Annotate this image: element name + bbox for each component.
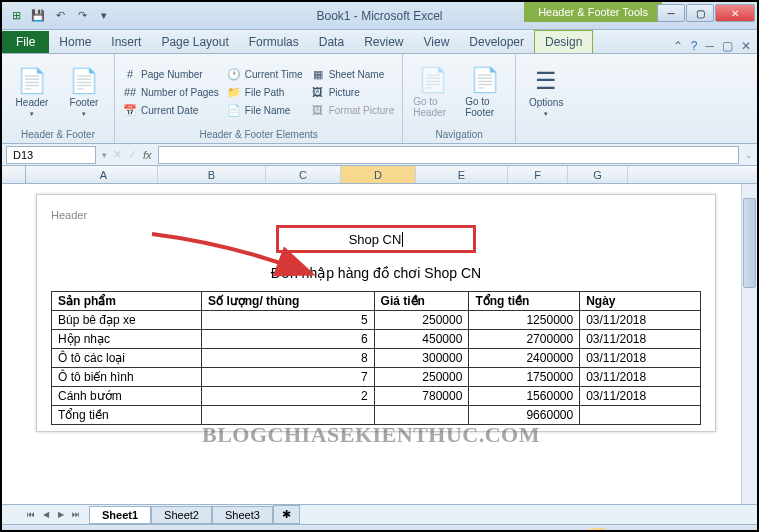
tab-data[interactable]: Data xyxy=(309,31,354,53)
table-cell[interactable]: Cánh bướm xyxy=(52,387,202,406)
tab-page-layout[interactable]: Page Layout xyxy=(151,31,238,53)
tab-view[interactable]: View xyxy=(414,31,460,53)
sub-close-icon[interactable]: ✕ xyxy=(741,39,751,53)
col-header-b[interactable]: B xyxy=(158,166,266,183)
sub-min-icon[interactable]: ─ xyxy=(705,39,714,53)
table-cell[interactable]: 6 xyxy=(202,330,375,349)
header-button[interactable]: 📄Header▾ xyxy=(8,57,56,127)
sheet-tab-1[interactable]: Sheet1 xyxy=(89,506,151,524)
table-row[interactable]: Ô tô các loại8300000240000003/11/2018 xyxy=(52,349,701,368)
col-header-g[interactable]: G xyxy=(568,166,628,183)
table-cell[interactable]: Ô tô các loại xyxy=(52,349,202,368)
fx-icon[interactable]: fx xyxy=(143,149,152,161)
table-row[interactable]: Ô tô biến hình7250000175000003/11/2018 xyxy=(52,368,701,387)
table-cell[interactable]: 03/11/2018 xyxy=(580,349,701,368)
col-header-c[interactable]: C xyxy=(266,166,341,183)
document-title[interactable]: Đơn nhập hàng đồ chơi Shop CN xyxy=(51,265,701,281)
table-cell[interactable]: 2700000 xyxy=(469,330,580,349)
table-cell[interactable]: Ô tô biến hình xyxy=(52,368,202,387)
sheet-tab-3[interactable]: Sheet3 xyxy=(212,506,273,524)
table-cell[interactable]: 450000 xyxy=(374,330,469,349)
tab-nav-prev-icon[interactable]: ◀ xyxy=(39,508,53,522)
select-all-corner[interactable] xyxy=(2,166,26,183)
file-path-button[interactable]: 📁File Path xyxy=(225,84,305,100)
tab-developer[interactable]: Developer xyxy=(459,31,534,53)
tab-home[interactable]: Home xyxy=(49,31,101,53)
options-button[interactable]: ☰Options▾ xyxy=(522,57,570,127)
sheet-tab-2[interactable]: Sheet2 xyxy=(151,506,212,524)
col-header-f[interactable]: F xyxy=(508,166,568,183)
table-cell[interactable]: 7 xyxy=(202,368,375,387)
time-icon: 🕐 xyxy=(227,67,241,81)
table-row[interactable]: Hộp nhạc6450000270000003/11/2018 xyxy=(52,330,701,349)
table-cell[interactable]: 03/11/2018 xyxy=(580,387,701,406)
table-cell[interactable]: 03/11/2018 xyxy=(580,368,701,387)
table-row[interactable]: Cánh bướm2780000156000003/11/2018 xyxy=(52,387,701,406)
tab-nav-next-icon[interactable]: ▶ xyxy=(54,508,68,522)
table-header[interactable]: Giá tiền xyxy=(374,292,469,311)
picture-button[interactable]: 🖼Picture xyxy=(309,84,397,100)
tab-insert[interactable]: Insert xyxy=(101,31,151,53)
table-cell[interactable]: 8 xyxy=(202,349,375,368)
new-sheet-button[interactable]: ✱ xyxy=(273,505,300,524)
col-header-a[interactable]: A xyxy=(50,166,158,183)
sub-restore-icon[interactable]: ▢ xyxy=(722,39,733,53)
excel-icon[interactable]: ⊞ xyxy=(6,6,26,26)
table-cell[interactable]: 780000 xyxy=(374,387,469,406)
footer-button[interactable]: 📄Footer▾ xyxy=(60,57,108,127)
header-center-input[interactable]: Shop CN xyxy=(276,225,476,253)
table-cell[interactable]: 1250000 xyxy=(469,311,580,330)
tab-review[interactable]: Review xyxy=(354,31,413,53)
total-label[interactable]: Tổng tiền xyxy=(52,406,202,425)
page-number-button[interactable]: #Page Number xyxy=(121,66,221,82)
name-box[interactable]: D13 xyxy=(6,146,96,164)
file-tab[interactable]: File xyxy=(2,31,49,53)
view-page-layout-icon[interactable]: ▤ xyxy=(590,528,605,532)
table-header[interactable]: Ngày xyxy=(580,292,701,311)
minimize-button[interactable]: ─ xyxy=(657,4,685,22)
table-cell[interactable]: 1750000 xyxy=(469,368,580,387)
save-icon[interactable]: 💾 xyxy=(28,6,48,26)
total-value[interactable]: 9660000 xyxy=(469,406,580,425)
data-table[interactable]: Sản phẩmSố lượng/ thùngGiá tiềnTổng tiền… xyxy=(51,291,701,425)
minimize-ribbon-icon[interactable]: ⌃ xyxy=(673,39,683,53)
formula-bar[interactable] xyxy=(158,146,739,164)
table-header[interactable]: Tổng tiền xyxy=(469,292,580,311)
table-cell[interactable]: Hộp nhạc xyxy=(52,330,202,349)
goto-footer-button[interactable]: 📄Go to Footer xyxy=(461,57,509,127)
tab-formulas[interactable]: Formulas xyxy=(239,31,309,53)
table-cell[interactable]: 2 xyxy=(202,387,375,406)
table-cell[interactable]: 300000 xyxy=(374,349,469,368)
table-cell[interactable]: 5 xyxy=(202,311,375,330)
table-header[interactable]: Sản phẩm xyxy=(52,292,202,311)
scroll-thumb[interactable] xyxy=(743,198,756,288)
col-header-e[interactable]: E xyxy=(416,166,508,183)
tab-nav-first-icon[interactable]: ⏮ xyxy=(24,508,38,522)
tab-nav-last-icon[interactable]: ⏭ xyxy=(69,508,83,522)
file-name-button[interactable]: 📄File Name xyxy=(225,102,305,118)
undo-icon[interactable]: ↶ xyxy=(50,6,70,26)
current-date-button[interactable]: 📅Current Date xyxy=(121,102,221,118)
vertical-scrollbar[interactable] xyxy=(741,184,757,504)
maximize-button[interactable]: ▢ xyxy=(686,4,714,22)
current-time-button[interactable]: 🕐Current Time xyxy=(225,66,305,82)
sheet-name-button[interactable]: ▦Sheet Name xyxy=(309,66,397,82)
table-header[interactable]: Số lượng/ thùng xyxy=(202,292,375,311)
close-button[interactable]: ✕ xyxy=(715,4,755,22)
table-cell[interactable]: 03/11/2018 xyxy=(580,311,701,330)
number-of-pages-button[interactable]: ##Number of Pages xyxy=(121,84,221,100)
table-cell[interactable]: 03/11/2018 xyxy=(580,330,701,349)
redo-icon[interactable]: ↷ xyxy=(72,6,92,26)
table-cell[interactable]: Búp bê đạp xe xyxy=(52,311,202,330)
tab-design[interactable]: Design xyxy=(534,30,593,53)
qat-dropdown-icon[interactable]: ▾ xyxy=(94,6,114,26)
table-cell[interactable]: 2400000 xyxy=(469,349,580,368)
col-header-d[interactable]: D xyxy=(341,166,416,183)
table-cell[interactable]: 250000 xyxy=(374,368,469,387)
table-cell[interactable]: 250000 xyxy=(374,311,469,330)
help-icon[interactable]: ? xyxy=(691,39,698,53)
table-cell[interactable]: 1560000 xyxy=(469,387,580,406)
group-label xyxy=(522,127,570,142)
table-total-row[interactable]: Tổng tiền9660000 xyxy=(52,406,701,425)
table-row[interactable]: Búp bê đạp xe5250000125000003/11/2018 xyxy=(52,311,701,330)
